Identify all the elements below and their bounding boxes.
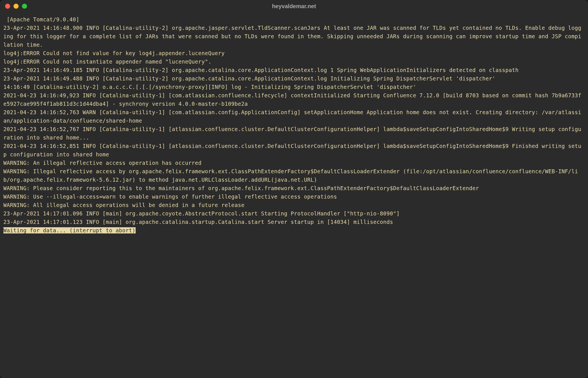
log-line: 23-Apr-2021 14:16:49.488 INFO [Catalina-… <box>3 75 495 82</box>
log-line: log4j:ERROR Could not instantiate append… <box>3 58 212 65</box>
log-line: 23-Apr-2021 14:17:01.096 INFO [main] org… <box>3 210 400 217</box>
status-line: Waiting for data... (interrupt to abort) <box>3 227 136 233</box>
log-line: WARNING: Illegal reflective access by or… <box>3 168 578 183</box>
log-line: 23-Apr-2021 14:16:48.900 INFO [Catalina-… <box>3 25 581 48</box>
log-line: WARNING: Use --illegal-access=warn to en… <box>3 194 337 200</box>
log-line: 2021-04-23 14:16:52,851 INFO [Catalina-u… <box>3 143 581 158</box>
minimize-button[interactable] <box>14 4 19 9</box>
log-line: WARNING: All illegal access operations w… <box>3 202 244 208</box>
log-line: log4j:ERROR Could not find value for key… <box>3 50 225 56</box>
log-line: 2021-04-23 14:16:52,767 INFO [Catalina-u… <box>3 126 581 141</box>
log-line: 2021-04-23 14:16:49,923 INFO [Catalina-u… <box>3 92 581 107</box>
log-line: WARNING: An illegal reflective access op… <box>3 160 201 166</box>
window-title: heyvaldemar.net <box>272 3 316 10</box>
log-line: [Apache Tomcat/9.0.40] <box>3 16 79 22</box>
close-button[interactable] <box>5 4 10 9</box>
log-line: WARNING: Please consider reporting this … <box>3 185 479 191</box>
terminal-content[interactable]: [Apache Tomcat/9.0.40] 23-Apr-2021 14:16… <box>0 12 588 378</box>
terminal-window: heyvaldemar.net [Apache Tomcat/9.0.40] 2… <box>0 0 588 378</box>
maximize-button[interactable] <box>22 4 27 9</box>
traffic-lights <box>5 4 27 9</box>
log-line: 23-Apr-2021 14:16:49.185 INFO [Catalina-… <box>3 67 519 73</box>
log-line: 23-Apr-2021 14:17:01.123 INFO [main] org… <box>3 219 393 225</box>
log-line: 14:16:49 [Catalina-utility-2] o.a.c.c.C.… <box>3 84 416 90</box>
log-line: 2021-04-23 14:16:52,763 WARN [Catalina-u… <box>3 109 581 124</box>
title-bar: heyvaldemar.net <box>0 0 588 12</box>
